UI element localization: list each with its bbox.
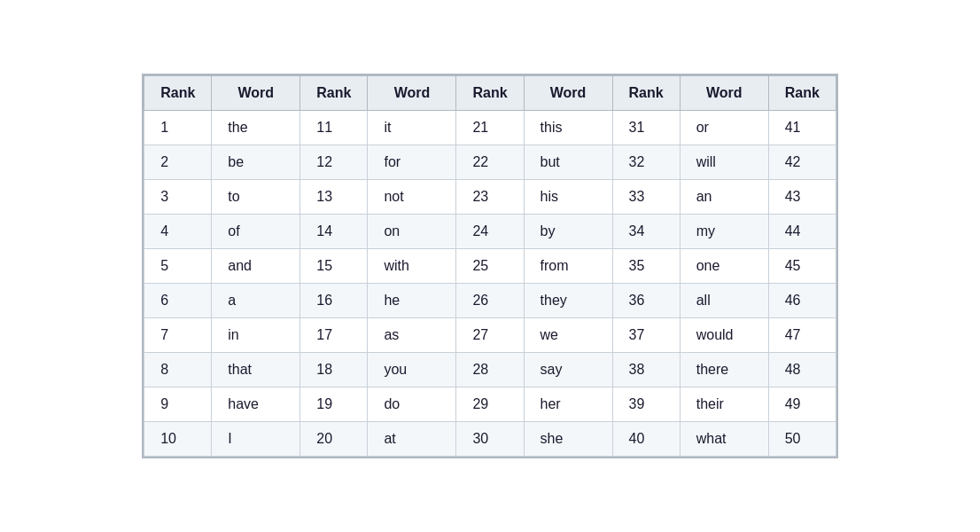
rank-cell: 31 — [612, 111, 680, 145]
word-cell: it — [368, 111, 456, 145]
col-header-word4: Word — [680, 76, 768, 111]
rank-cell: 16 — [300, 284, 368, 318]
frequency-table: Rank Word Rank Word Rank Word Rank Word … — [142, 74, 838, 458]
table-row: 3to13not23his33an43 — [144, 180, 836, 215]
header-row: Rank Word Rank Word Rank Word Rank Word … — [144, 76, 836, 111]
word-cell: their — [680, 387, 768, 422]
rank-cell: 3 — [144, 180, 212, 215]
word-cell: for — [368, 145, 456, 180]
word-cell: say — [524, 353, 612, 387]
rank-cell: 50 — [768, 422, 836, 457]
rank-cell: 26 — [456, 284, 524, 318]
word-cell: an — [680, 180, 768, 215]
table-row: 9have19do29her39their49 — [144, 387, 836, 422]
rank-cell: 35 — [612, 249, 680, 284]
word-cell: or — [680, 111, 768, 145]
word-cell: would — [680, 318, 768, 353]
word-cell: will — [680, 145, 768, 180]
rank-cell: 29 — [456, 387, 524, 422]
col-header-word1: Word — [212, 76, 300, 111]
rank-cell: 18 — [300, 353, 368, 387]
rank-cell: 30 — [456, 422, 524, 457]
rank-cell: 17 — [300, 318, 368, 353]
rank-cell: 45 — [768, 249, 836, 284]
word-cell: one — [680, 249, 768, 284]
rank-cell: 2 — [144, 145, 212, 180]
rank-cell: 47 — [768, 318, 836, 353]
word-cell: her — [524, 387, 612, 422]
rank-cell: 9 — [144, 387, 212, 422]
table-row: 1the11it21this31or41 — [144, 111, 836, 145]
rank-cell: 25 — [456, 249, 524, 284]
rank-cell: 20 — [300, 422, 368, 457]
word-cell: from — [524, 249, 612, 284]
rank-cell: 33 — [612, 180, 680, 215]
word-cell: as — [368, 318, 456, 353]
col-header-rank1: Rank — [144, 76, 212, 111]
rank-cell: 49 — [768, 387, 836, 422]
rank-cell: 12 — [300, 145, 368, 180]
col-header-rank5: Rank — [768, 76, 836, 111]
rank-cell: 38 — [612, 353, 680, 387]
word-cell: but — [524, 145, 612, 180]
table-row: 7in17as27we37would47 — [144, 318, 836, 353]
rank-cell: 37 — [612, 318, 680, 353]
table-row: 4of14on24by34my44 — [144, 215, 836, 249]
table-row: 2be12for22but32will42 — [144, 145, 836, 180]
col-header-word3: Word — [524, 76, 612, 111]
rank-cell: 11 — [300, 111, 368, 145]
word-cell: there — [680, 353, 768, 387]
rank-cell: 13 — [300, 180, 368, 215]
word-cell: the — [212, 111, 300, 145]
word-cell: they — [524, 284, 612, 318]
table-row: 10I20at30she40what50 — [144, 422, 836, 457]
word-cell: at — [368, 422, 456, 457]
rank-cell: 15 — [300, 249, 368, 284]
rank-cell: 44 — [768, 215, 836, 249]
rank-cell: 8 — [144, 353, 212, 387]
rank-cell: 36 — [612, 284, 680, 318]
col-header-word2: Word — [368, 76, 456, 111]
word-cell: in — [212, 318, 300, 353]
rank-cell: 10 — [144, 422, 212, 457]
word-cell: do — [368, 387, 456, 422]
word-cell: what — [680, 422, 768, 457]
word-cell: be — [212, 145, 300, 180]
word-cell: and — [212, 249, 300, 284]
col-header-rank2: Rank — [300, 76, 368, 111]
word-cell: you — [368, 353, 456, 387]
rank-cell: 23 — [456, 180, 524, 215]
rank-cell: 32 — [612, 145, 680, 180]
word-cell: on — [368, 215, 456, 249]
rank-cell: 5 — [144, 249, 212, 284]
rank-cell: 19 — [300, 387, 368, 422]
rank-cell: 1 — [144, 111, 212, 145]
rank-cell: 34 — [612, 215, 680, 249]
col-header-rank3: Rank — [456, 76, 524, 111]
table-row: 8that18you28say38there48 — [144, 353, 836, 387]
rank-cell: 41 — [768, 111, 836, 145]
word-cell: all — [680, 284, 768, 318]
rank-cell: 40 — [612, 422, 680, 457]
rank-cell: 4 — [144, 215, 212, 249]
word-cell: I — [212, 422, 300, 457]
word-cell: we — [524, 318, 612, 353]
word-cell: with — [368, 249, 456, 284]
rank-cell: 39 — [612, 387, 680, 422]
word-cell: a — [212, 284, 300, 318]
word-cell: of — [212, 215, 300, 249]
table-row: 6a16he26they36all46 — [144, 284, 836, 318]
word-cell: this — [524, 111, 612, 145]
rank-cell: 42 — [768, 145, 836, 180]
rank-cell: 6 — [144, 284, 212, 318]
rank-cell: 27 — [456, 318, 524, 353]
rank-cell: 14 — [300, 215, 368, 249]
rank-cell: 48 — [768, 353, 836, 387]
word-cell: by — [524, 215, 612, 249]
rank-cell: 22 — [456, 145, 524, 180]
rank-cell: 28 — [456, 353, 524, 387]
word-cell: not — [368, 180, 456, 215]
word-cell: that — [212, 353, 300, 387]
word-cell: have — [212, 387, 300, 422]
word-cell: he — [368, 284, 456, 318]
